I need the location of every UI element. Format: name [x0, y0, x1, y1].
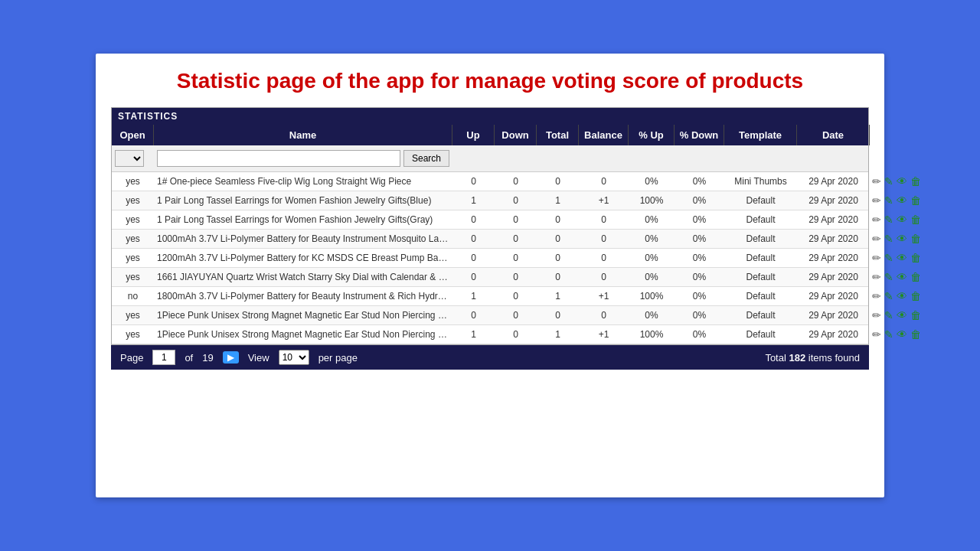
page-label: Page: [120, 352, 143, 364]
cell-total: 1: [537, 287, 579, 305]
cell-down: 0: [495, 210, 537, 229]
cell-pct-down: 0%: [675, 230, 724, 248]
view-icon[interactable]: 👁: [897, 233, 907, 245]
view-icon[interactable]: 👁: [897, 271, 907, 283]
search-input[interactable]: [157, 150, 400, 167]
cell-down: 0: [495, 191, 537, 210]
edit-icon[interactable]: ✏: [872, 194, 881, 207]
edit2-icon[interactable]: ✎: [884, 194, 893, 207]
table-body: yes 1# One-piece Seamless Five-clip Wig …: [112, 172, 868, 344]
cell-up: 1: [452, 287, 495, 305]
cell-open: yes: [112, 268, 154, 286]
cell-open: yes: [112, 210, 154, 229]
cell-pct-up: 100%: [629, 287, 675, 305]
search-button[interactable]: Search: [403, 150, 449, 167]
delete-icon[interactable]: 🗑: [910, 175, 921, 187]
cell-down: 0: [495, 249, 537, 267]
view-icon[interactable]: 👁: [897, 252, 907, 264]
delete-icon[interactable]: 🗑: [910, 214, 921, 226]
cell-name: 1000mAh 3.7V Li-Polymer Battery for Beau…: [154, 230, 452, 248]
cell-balance: 0: [579, 306, 629, 324]
page-input[interactable]: [152, 350, 175, 365]
table-row: yes 1# One-piece Seamless Five-clip Wig …: [112, 172, 868, 191]
edit-icon[interactable]: ✏: [872, 175, 881, 187]
col-open: Open: [112, 125, 154, 145]
cell-date: 29 Apr 2020: [797, 306, 870, 324]
col-template: Template: [724, 125, 797, 145]
delete-icon[interactable]: 🗑: [910, 252, 921, 264]
per-page-select[interactable]: 10 25 50: [279, 350, 309, 365]
search-input-cell: Search: [154, 148, 452, 168]
of-label: of: [185, 352, 193, 364]
delete-icon[interactable]: 🗑: [910, 328, 921, 341]
col-total: Total: [537, 125, 579, 145]
view-icon[interactable]: 👁: [897, 194, 907, 207]
cell-date: 29 Apr 2020: [797, 172, 870, 191]
edit2-icon[interactable]: ✎: [884, 309, 893, 321]
cell-pct-down: 0%: [675, 287, 724, 305]
cell-template: Default: [724, 287, 797, 305]
delete-icon[interactable]: 🗑: [910, 290, 921, 302]
col-pct-down: % Down: [675, 125, 724, 145]
edit-icon[interactable]: ✏: [872, 290, 881, 302]
cell-balance: 0: [579, 268, 629, 286]
cell-up: 0: [452, 249, 495, 267]
view-icon[interactable]: 👁: [897, 175, 907, 187]
cell-down: 0: [495, 268, 537, 286]
cell-up: 0: [452, 172, 495, 191]
cell-pct-down: 0%: [675, 172, 724, 191]
open-filter-select[interactable]: yes no: [115, 150, 144, 167]
edit2-icon[interactable]: ✎: [884, 175, 893, 187]
edit-icon[interactable]: ✏: [872, 328, 881, 341]
edit-icon[interactable]: ✏: [872, 233, 881, 245]
edit2-icon[interactable]: ✎: [884, 290, 893, 302]
open-filter-cell: yes no: [112, 148, 154, 168]
cell-open: yes: [112, 325, 154, 344]
edit2-icon[interactable]: ✎: [884, 233, 893, 245]
view-icon[interactable]: 👁: [897, 309, 907, 321]
delete-icon[interactable]: 🗑: [910, 271, 921, 283]
next-page-button[interactable]: ▶: [223, 351, 239, 364]
cell-template: Default: [724, 325, 797, 344]
edit-icon[interactable]: ✏: [872, 271, 881, 283]
search-row: yes no Search: [112, 145, 868, 172]
edit-icon[interactable]: ✏: [872, 309, 881, 321]
edit2-icon[interactable]: ✎: [884, 252, 893, 264]
cell-down: 0: [495, 230, 537, 248]
edit-icon[interactable]: ✏: [872, 214, 881, 226]
cell-date: 29 Apr 2020: [797, 249, 870, 267]
cell-open: yes: [112, 230, 154, 248]
cell-template: Default: [724, 249, 797, 267]
cell-template: Default: [724, 268, 797, 286]
table-row: yes 1 Pair Long Tassel Earrings for Wome…: [112, 210, 868, 230]
col-balance: Balance: [579, 125, 629, 145]
cell-balance: 0: [579, 210, 629, 229]
table-row: yes 1200mAh 3.7V Li-Polymer Battery for …: [112, 249, 868, 268]
edit-icon[interactable]: ✏: [872, 252, 881, 264]
cell-actions: ✏ ✎ 👁 🗑: [870, 327, 923, 342]
cell-pct-up: 0%: [629, 172, 675, 191]
table-row: yes 1000mAh 3.7V Li-Polymer Battery for …: [112, 230, 868, 249]
edit2-icon[interactable]: ✎: [884, 214, 893, 226]
page-title: Statistic page of the app for manage vot…: [111, 69, 869, 93]
cell-total: 1: [537, 191, 579, 210]
delete-icon[interactable]: 🗑: [910, 194, 921, 207]
edit2-icon[interactable]: ✎: [884, 328, 893, 341]
view-icon[interactable]: 👁: [897, 328, 907, 341]
view-icon[interactable]: 👁: [897, 290, 907, 302]
edit2-icon[interactable]: ✎: [884, 271, 893, 283]
cell-name: 1 Pair Long Tassel Earrings for Women Fa…: [154, 210, 452, 229]
view-icon[interactable]: 👁: [897, 214, 907, 226]
cell-total: 0: [537, 249, 579, 267]
cell-total: 0: [537, 172, 579, 191]
cell-actions: ✏ ✎ 👁 🗑: [870, 174, 923, 189]
delete-icon[interactable]: 🗑: [910, 309, 921, 321]
table-row: yes 1661 JIAYUYAN Quartz Wrist Watch Sta…: [112, 268, 868, 287]
cell-balance: +1: [579, 191, 629, 210]
cell-actions: ✏ ✎ 👁 🗑: [870, 289, 923, 304]
delete-icon[interactable]: 🗑: [910, 233, 921, 245]
per-page-label: per page: [318, 352, 358, 364]
cell-date: 29 Apr 2020: [797, 230, 870, 248]
stats-container: STATISTICS Open Name Up Down Total Balan…: [111, 107, 869, 345]
cell-pct-up: 100%: [629, 325, 675, 344]
